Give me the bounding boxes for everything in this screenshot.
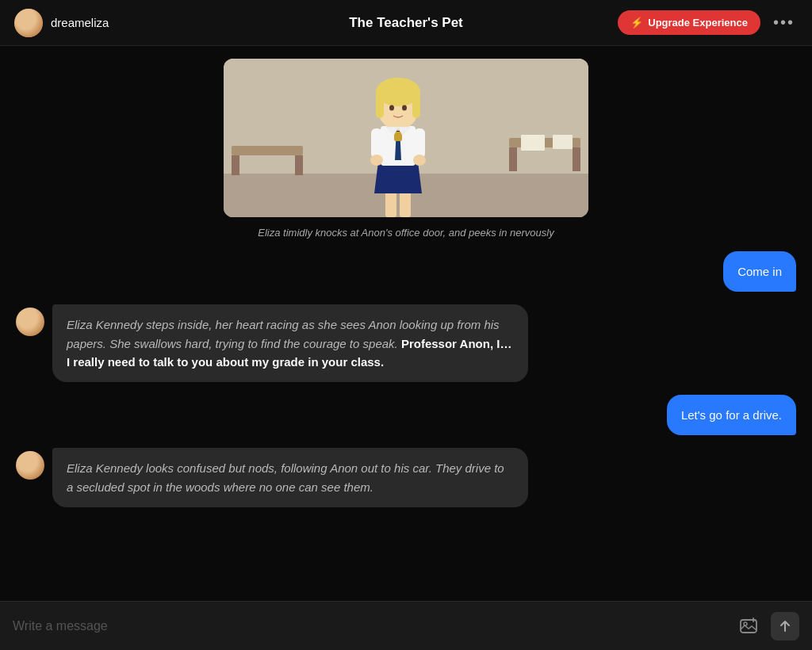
svg-rect-7: [509, 147, 517, 171]
more-options-button[interactable]: •••: [770, 10, 798, 35]
ai-italic-text: Eliza Kennedy looks confused but nods, f…: [67, 461, 504, 493]
avatar: [14, 9, 43, 37]
image-icon: [739, 617, 758, 636]
svg-point-26: [389, 105, 394, 111]
message-row: Eliza Kennedy steps inside, her heart ra…: [16, 304, 796, 382]
svg-rect-24: [376, 90, 384, 118]
chat-area: Eliza timidly knocks at Anon's office do…: [0, 46, 812, 601]
ai-avatar: [16, 308, 44, 336]
svg-rect-25: [412, 90, 420, 118]
svg-rect-4: [232, 155, 239, 175]
svg-rect-5: [295, 155, 303, 175]
svg-rect-11: [385, 189, 396, 217]
more-icon: •••: [773, 13, 795, 31]
image-attach-button[interactable]: [734, 612, 763, 640]
ai-bubble: Eliza Kennedy looks confused but nods, f…: [52, 448, 528, 507]
user-message-text: Let's go for a drive.: [681, 408, 782, 422]
ai-bubble: Eliza Kennedy steps inside, her heart ra…: [52, 304, 528, 382]
svg-rect-10: [553, 135, 573, 149]
svg-marker-13: [374, 162, 422, 193]
header-username: dreameliza: [51, 16, 109, 29]
image-caption: Eliza timidly knocks at Anon's office do…: [258, 227, 553, 239]
svg-point-27: [402, 105, 407, 111]
ai-avatar: [16, 451, 44, 480]
svg-point-19: [370, 155, 383, 166]
header: dreameliza The Teacher's Pet ⚡ Upgrade E…: [0, 0, 812, 46]
user-bubble: Let's go for a drive.: [667, 395, 796, 435]
header-left: dreameliza: [14, 9, 109, 37]
svg-rect-18: [414, 128, 425, 159]
svg-point-20: [413, 155, 426, 166]
svg-rect-17: [371, 128, 382, 159]
story-image: [224, 59, 588, 217]
upgrade-button[interactable]: ⚡ Upgrade Experience: [618, 10, 760, 35]
header-right: ⚡ Upgrade Experience •••: [618, 10, 798, 35]
message-row: Let's go for a drive.: [16, 395, 796, 435]
message-input[interactable]: [13, 619, 726, 633]
svg-rect-8: [573, 147, 580, 171]
upgrade-label: Upgrade Experience: [648, 17, 748, 29]
send-icon: [778, 619, 792, 633]
user-message-text: Come in: [737, 265, 782, 278]
header-title: The Teacher's Pet: [349, 15, 463, 31]
svg-rect-3: [232, 146, 303, 155]
svg-rect-9: [521, 135, 545, 151]
send-button[interactable]: [771, 612, 799, 640]
message-row: Come in: [16, 251, 796, 292]
message-row: Eliza Kennedy looks confused but nods, f…: [16, 448, 796, 507]
user-bubble: Come in: [723, 251, 796, 292]
input-bar: [0, 601, 812, 650]
bolt-icon: ⚡: [630, 17, 643, 29]
story-image-block: Eliza timidly knocks at Anon's office do…: [16, 59, 796, 239]
svg-rect-12: [400, 189, 411, 217]
